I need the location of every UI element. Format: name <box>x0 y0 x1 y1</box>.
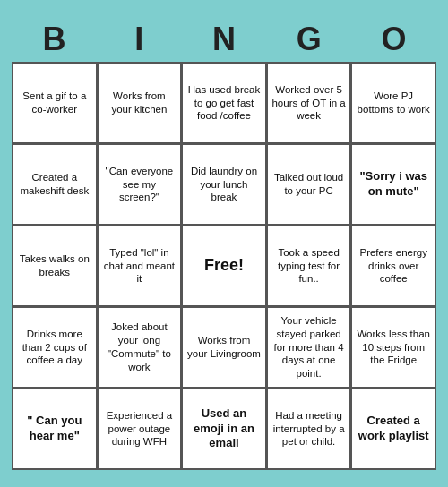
cell-free[interactable]: Free! <box>183 226 265 305</box>
cell-20[interactable]: " Can you hear me" <box>13 389 96 468</box>
cell-10[interactable]: Takes walks on breaks <box>13 226 96 305</box>
cell-24[interactable]: Created a work playlist <box>352 389 435 468</box>
cell-22[interactable]: Used an emoji in an email <box>183 389 265 468</box>
cell-16[interactable]: Joked about your long "Commute" to work <box>99 308 181 387</box>
bingo-grid: Sent a gif to a co-worker Works from you… <box>12 62 436 470</box>
cell-9[interactable]: "Sorry i was on mute" <box>352 145 435 224</box>
cell-6[interactable]: "Can everyone see my screen?" <box>99 145 181 224</box>
cell-21[interactable]: Experienced a power outage during WFH <box>99 389 181 468</box>
cell-5[interactable]: Created a makeshift desk <box>13 145 96 224</box>
cell-4[interactable]: Wore PJ bottoms to work <box>352 64 435 142</box>
cell-17[interactable]: Works from your Livingroom <box>183 308 265 387</box>
header-b: B <box>13 21 94 58</box>
cell-15[interactable]: Drinks more than 2 cups of coffee a day <box>13 308 96 387</box>
cell-14[interactable]: Prefers energy drinks over coffee <box>352 226 435 305</box>
header-o: O <box>354 21 435 58</box>
cell-3[interactable]: Worked over 5 hours of OT in a week <box>268 64 350 142</box>
cell-0[interactable]: Sent a gif to a co-worker <box>13 64 96 142</box>
cell-8[interactable]: Talked out loud to your PC <box>268 145 350 224</box>
cell-1[interactable]: Works from your kitchen <box>99 64 181 142</box>
bingo-card: B I N G O Sent a gif to a co-worker Work… <box>4 10 444 477</box>
header-g: G <box>269 21 349 58</box>
cell-7[interactable]: Did laundry on your lunch break <box>183 145 265 224</box>
cell-13[interactable]: Took a speed typing test for fun.. <box>268 226 350 305</box>
cell-2[interactable]: Has used break to go get fast food /coff… <box>183 64 265 142</box>
cell-23[interactable]: Had a meeting interrupted by a pet or ch… <box>268 389 350 468</box>
cell-11[interactable]: Typed "lol" in chat and meant it <box>99 226 181 305</box>
header-i: I <box>99 21 179 58</box>
cell-18[interactable]: Your vehicle stayed parked for more than… <box>268 308 350 387</box>
header-n: N <box>184 21 264 58</box>
cell-19[interactable]: Works less than 10 steps from the Fridge <box>352 308 435 387</box>
